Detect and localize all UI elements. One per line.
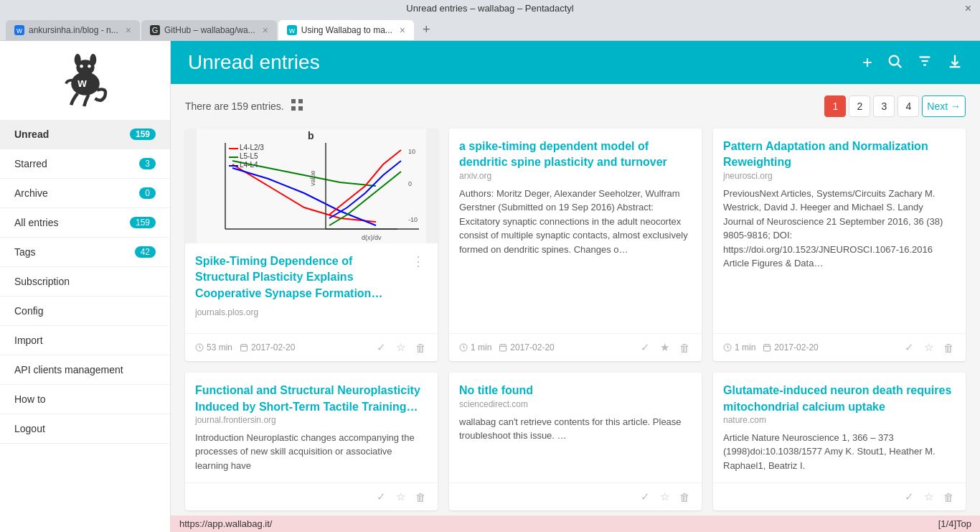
logo-area: w — [0, 41, 170, 120]
sidebar-nav: Unread 159 Starred 3 Archive 0 All entri… — [0, 120, 170, 532]
add-icon[interactable]: + — [862, 52, 872, 73]
card-1: L4-L2/3 L5-L5 L4-L4 b — [185, 129, 438, 361]
count-bar: There are 159 entries. 1 2 3 4 Next → — [185, 95, 966, 117]
card-6-footer: ✓ ☆ 🗑 — [713, 482, 966, 510]
card-2-datevalue: 2017-02-20 — [510, 342, 554, 353]
card-6-star-button[interactable]: ☆ — [923, 489, 935, 505]
card-4-star-button[interactable]: ☆ — [395, 489, 407, 505]
sidebar-item-subscription[interactable]: Subscription — [0, 267, 170, 297]
sidebar-item-all[interactable]: All entries 159 — [0, 208, 170, 238]
card-4-delete-button[interactable]: 🗑 — [414, 490, 428, 505]
nav-subscription-label: Subscription — [14, 276, 70, 287]
card-5-star-button[interactable]: ☆ — [659, 489, 671, 505]
svg-point-2 — [74, 54, 80, 65]
filter-icon[interactable] — [917, 53, 933, 73]
sidebar-item-starred[interactable]: Starred 3 — [0, 149, 170, 179]
sidebar-item-howto[interactable]: How to — [0, 385, 170, 414]
card-1-star-button[interactable]: ☆ — [395, 340, 407, 355]
card-2: a spike-timing dependent model of dendri… — [449, 129, 702, 361]
card-3-title[interactable]: Pattern Adaptation and Normalization Rew… — [723, 140, 928, 168]
header-actions: + — [862, 52, 963, 73]
status-bar: https://app.wallabag.it/ [1/4]Top — [171, 515, 980, 532]
search-icon[interactable] — [887, 53, 903, 73]
nav-tags-label: Tags — [14, 246, 36, 258]
svg-rect-45 — [764, 345, 771, 351]
sidebar-item-logout[interactable]: Logout — [0, 414, 170, 444]
tab1-label: ankursinha.in/blog - n... — [29, 25, 118, 35]
page-4-button[interactable]: 4 — [897, 95, 919, 117]
svg-text:b: b — [308, 130, 314, 141]
card-3-star-button[interactable]: ☆ — [923, 340, 935, 355]
sidebar-item-unread[interactable]: Unread 159 — [0, 120, 170, 149]
card-5-footer: ✓ ☆ 🗑 — [449, 482, 702, 510]
card-3-readtime: 1 min — [735, 342, 755, 353]
page-header: Unread entries + — [171, 41, 980, 84]
card-1-image: L4-L2/3 L5-L5 L4-L4 b — [185, 129, 438, 243]
sidebar-item-api[interactable]: API clients management — [0, 355, 170, 385]
card-4-check-button[interactable]: ✓ — [375, 489, 387, 505]
card-2-excerpt: Authors: Moritz Deger, Alexander Seeholz… — [459, 187, 692, 257]
card-2-title[interactable]: a spike-timing dependent model of dendri… — [459, 140, 667, 168]
nav-archive-badge: 0 — [139, 187, 156, 199]
app: w Unread 159 Starred 3 Archive 0 All ent… — [0, 41, 980, 532]
sidebar-item-import[interactable]: Import — [0, 326, 170, 355]
download-icon[interactable] — [947, 53, 963, 73]
card-5-title[interactable]: No title found — [459, 384, 533, 396]
card-6: Glutamate-induced neuron death requires … — [713, 373, 966, 510]
svg-point-5 — [88, 65, 91, 68]
calendar-icon — [763, 343, 771, 352]
card-5-delete-button[interactable]: 🗑 — [678, 490, 692, 505]
tab-3[interactable]: w Using Wallabag to ma... × — [278, 20, 414, 40]
tab-1[interactable]: w ankursinha.in/blog - n... × — [6, 20, 140, 40]
card-1-header-row: Spike-Timing Dependence of Structural Pl… — [195, 253, 428, 307]
card-1-menu-button[interactable]: ⋮ — [409, 253, 428, 269]
next-page-button[interactable]: Next → — [922, 95, 966, 117]
tab2-label: GitHub – wallabag/wa... — [164, 25, 255, 35]
entry-count: There are 159 entries. — [185, 101, 284, 112]
close-button[interactable]: × — [965, 2, 971, 15]
card-1-datevalue: 2017-02-20 — [251, 342, 295, 353]
card-1-delete-button[interactable]: 🗑 — [414, 340, 428, 355]
svg-text:value: value — [309, 170, 316, 186]
page-3-button[interactable]: 3 — [873, 95, 895, 117]
card-3-check-button[interactable]: ✓ — [903, 340, 915, 355]
new-tab-button[interactable]: + — [415, 19, 438, 40]
nav-starred-label: Starred — [14, 158, 47, 169]
nav-import-label: Import — [14, 335, 43, 346]
card-3-delete-button[interactable]: 🗑 — [942, 340, 956, 355]
sidebar-item-tags[interactable]: Tags 42 — [0, 238, 170, 267]
tab2-close[interactable]: × — [263, 24, 268, 36]
page-1-button[interactable]: 1 — [824, 95, 846, 117]
card-3-excerpt: PreviousNext Articles, Systems/Circuits … — [723, 187, 956, 271]
card-3: Pattern Adaptation and Normalization Rew… — [713, 129, 966, 361]
tab1-close[interactable]: × — [126, 24, 131, 36]
card-3-datevalue: 2017-02-20 — [774, 342, 818, 353]
card-4-domain: journal.frontiersin.org — [195, 415, 428, 425]
svg-rect-35 — [241, 345, 248, 351]
page-2-button[interactable]: 2 — [849, 95, 870, 117]
card-4-footer: ✓ ☆ 🗑 — [185, 482, 438, 510]
tab-bar: w ankursinha.in/blog - n... × G GitHub –… — [0, 17, 980, 40]
sidebar-item-archive[interactable]: Archive 0 — [0, 179, 170, 208]
grid-view-icon[interactable] — [291, 99, 303, 113]
card-3-actions: ✓ ☆ 🗑 — [903, 340, 956, 355]
card-3-body: Pattern Adaptation and Normalization Rew… — [713, 129, 966, 333]
sidebar-item-config[interactable]: Config — [0, 297, 170, 326]
card-2-delete-button[interactable]: 🗑 — [678, 340, 692, 355]
card-6-delete-button[interactable]: 🗑 — [942, 490, 956, 505]
card-2-check-button[interactable]: ✓ — [639, 340, 651, 355]
card-6-check-button[interactable]: ✓ — [903, 489, 915, 505]
card-2-star-button[interactable]: ★ — [659, 340, 671, 355]
card-6-title[interactable]: Glutamate-induced neuron death requires … — [723, 384, 951, 412]
tab3-close[interactable]: × — [400, 24, 405, 36]
card-5-check-button[interactable]: ✓ — [639, 489, 651, 505]
card-6-actions: ✓ ☆ 🗑 — [903, 489, 956, 505]
card-1-title[interactable]: Spike-Timing Dependence of Structural Pl… — [195, 253, 409, 302]
card-5-domain: sciencedirect.com — [459, 399, 692, 409]
svg-rect-15 — [291, 106, 296, 111]
tab-2[interactable]: G GitHub – wallabag/wa... × — [141, 20, 277, 40]
card-1-check-button[interactable]: ✓ — [375, 340, 387, 355]
card-2-footer: 1 min 2017-02-20 ✓ ★ 🗑 — [449, 333, 702, 361]
content-area: There are 159 entries. 1 2 3 4 Next → — [171, 84, 980, 515]
card-4-title[interactable]: Functional and Structural Neuroplasticit… — [195, 384, 420, 412]
